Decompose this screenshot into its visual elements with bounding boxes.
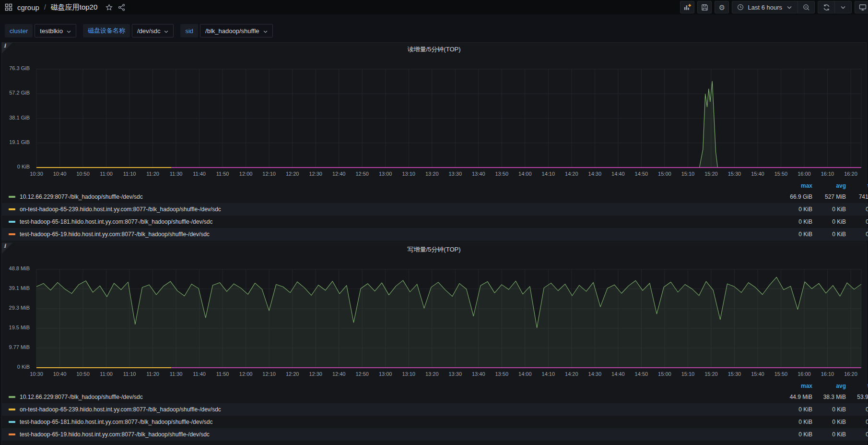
legend-sort-max[interactable]: max bbox=[779, 182, 812, 189]
y-axis-tick-label: 0 KiB bbox=[2, 164, 30, 169]
legend-header: maxavgtotal bbox=[2, 181, 868, 191]
x-axis-tick-label: 15:20 bbox=[704, 171, 718, 177]
chart-canvas[interactable]: 10:3010:4010:5011:0011:1011:2011:3011:40… bbox=[2, 57, 867, 180]
series-color-swatch-icon[interactable] bbox=[9, 208, 15, 210]
legend-row: on-test-hadoop-65-239.hiido.host.int.yy.… bbox=[2, 403, 868, 416]
x-axis-tick-label: 10:50 bbox=[76, 171, 90, 177]
legend-row: test-hadoop-65-19.hiido.host.int.yy.com:… bbox=[2, 228, 868, 241]
x-axis-tick-label: 14:50 bbox=[635, 171, 648, 177]
x-axis-tick-label: 14:50 bbox=[635, 371, 648, 377]
legend-series-name[interactable]: test-hadoop-65-181.hiido.host.int.yy.com… bbox=[20, 218, 779, 225]
x-axis-tick-label: 12:50 bbox=[355, 171, 369, 177]
variable-disk-device-label: 磁盘设备名称 bbox=[83, 24, 130, 37]
variable-sid-select[interactable]: /blk_hadoop/shuffle bbox=[200, 24, 273, 37]
legend-series-name[interactable]: test-hadoop-65-181.hiido.host.int.yy.com… bbox=[20, 419, 779, 425]
y-axis-tick-label: 39.1 MiB bbox=[2, 285, 30, 291]
legend-sort-total[interactable]: total bbox=[846, 383, 868, 389]
legend-value-max: 0 KiB bbox=[779, 206, 812, 213]
x-axis-tick-label: 11:20 bbox=[146, 371, 159, 377]
x-axis-tick-label: 16:10 bbox=[821, 371, 834, 377]
x-axis-tick-label: 15:50 bbox=[774, 171, 788, 177]
variable-sid-label: sid bbox=[180, 24, 198, 37]
kiosk-mode-button[interactable] bbox=[855, 1, 868, 13]
x-axis-tick-label: 15:30 bbox=[728, 171, 741, 177]
refresh-group bbox=[818, 1, 852, 13]
legend-value-total: 0 KiB bbox=[846, 218, 868, 225]
variable-cluster: cluster testblkio bbox=[5, 24, 76, 37]
series-color-swatch-icon[interactable] bbox=[9, 396, 15, 398]
breadcrumb-dashboard-title[interactable]: 磁盘应用top20 bbox=[51, 3, 98, 12]
series-color-swatch-icon[interactable] bbox=[9, 196, 15, 198]
star-icon[interactable] bbox=[105, 3, 113, 11]
legend-value-total: 0 KiB bbox=[846, 431, 868, 438]
clock-icon bbox=[737, 3, 744, 11]
add-panel-button[interactable] bbox=[680, 1, 694, 13]
y-axis-tick-label: 9.77 MiB bbox=[2, 344, 30, 350]
legend-row: 10.12.66.229:8077-/blk_hadoop/shuffle-/d… bbox=[2, 391, 868, 403]
panel-title[interactable]: 读增量/5分钟(TOP) bbox=[2, 45, 866, 54]
share-icon[interactable] bbox=[117, 3, 125, 11]
legend-value-total: 0 KiB bbox=[846, 206, 868, 213]
x-axis-tick-label: 11:20 bbox=[146, 171, 159, 177]
refresh-interval-picker[interactable] bbox=[834, 1, 851, 13]
series-color-swatch-icon[interactable] bbox=[9, 421, 15, 423]
x-axis-tick-label: 11:00 bbox=[100, 171, 113, 177]
series-color-swatch-icon[interactable] bbox=[9, 221, 15, 223]
legend-sort-avg[interactable]: avg bbox=[812, 182, 846, 189]
x-axis-tick-label: 15:30 bbox=[728, 371, 741, 377]
variable-cluster-value: testblkio bbox=[40, 27, 63, 35]
time-picker-group: Last 6 hours bbox=[732, 1, 815, 13]
variable-disk-device-select[interactable]: /dev/sdc bbox=[132, 24, 174, 37]
legend-value-avg: 0 KiB bbox=[812, 406, 846, 413]
legend-sort-avg[interactable]: avg bbox=[812, 383, 846, 389]
legend-series-name[interactable]: 10.12.66.229:8077-/blk_hadoop/shuffle-/d… bbox=[20, 193, 779, 200]
legend-series-name[interactable]: on-test-hadoop-65-239.hiido.host.int.yy.… bbox=[20, 206, 779, 213]
legend-value-avg: 0 KiB bbox=[812, 206, 846, 213]
x-axis-tick-label: 12:50 bbox=[355, 371, 369, 377]
chevron-down-icon bbox=[263, 27, 268, 35]
series-line bbox=[36, 81, 861, 168]
zoom-out-button[interactable] bbox=[798, 1, 814, 13]
x-axis-tick-label: 14:20 bbox=[565, 171, 578, 177]
legend-sort-max[interactable]: max bbox=[779, 383, 812, 389]
series-color-swatch-icon[interactable] bbox=[9, 433, 15, 435]
legend-sort-total[interactable]: total bbox=[846, 182, 868, 189]
x-axis-tick-label: 12:20 bbox=[286, 371, 299, 377]
x-axis-tick-label: 11:10 bbox=[123, 171, 136, 177]
refresh-icon bbox=[822, 3, 830, 11]
series-color-swatch-icon[interactable] bbox=[9, 233, 15, 235]
variable-cluster-select[interactable]: testblkio bbox=[35, 24, 76, 37]
variable-disk-device-value: /dev/sdc bbox=[137, 27, 160, 35]
variable-disk-device: 磁盘设备名称 /dev/sdc bbox=[83, 24, 174, 37]
legend-value-max: 44.9 MiB bbox=[779, 394, 812, 400]
kiosk-monitor-icon bbox=[859, 3, 867, 11]
variable-cluster-label: cluster bbox=[5, 24, 33, 37]
x-axis-tick-label: 13:00 bbox=[379, 371, 392, 377]
panel-title[interactable]: 写增量/5分钟(TOP) bbox=[2, 245, 866, 254]
x-axis-tick-label: 15:50 bbox=[774, 371, 788, 377]
x-axis-tick-label: 12:20 bbox=[286, 171, 299, 177]
dashboard-settings-button[interactable]: ⚙ bbox=[715, 1, 729, 13]
x-axis-tick-label: 13:40 bbox=[472, 171, 485, 177]
legend-series-name[interactable]: test-hadoop-65-19.hiido.host.int.yy.com:… bbox=[20, 431, 779, 438]
apps-grid-icon[interactable] bbox=[5, 3, 12, 11]
legend-series-name[interactable]: 10.12.66.229:8077-/blk_hadoop/shuffle-/d… bbox=[20, 394, 779, 400]
x-axis-tick-label: 14:40 bbox=[611, 371, 625, 377]
legend-series-name[interactable]: test-hadoop-65-19.hiido.host.int.yy.com:… bbox=[20, 231, 779, 238]
x-axis-tick-label: 12:10 bbox=[262, 371, 276, 377]
x-axis-tick-label: 11:00 bbox=[100, 371, 113, 377]
series-color-swatch-icon[interactable] bbox=[9, 409, 15, 410]
refresh-button[interactable] bbox=[818, 1, 834, 13]
settings-gear-icon: ⚙ bbox=[718, 3, 726, 11]
x-axis-tick-label: 15:00 bbox=[658, 371, 671, 377]
time-range-caret-icon bbox=[786, 3, 793, 11]
panel-write-increment: i 写增量/5分钟(TOP) 10:3010:4010:5011:0011:10… bbox=[1, 242, 867, 445]
x-axis-tick-label: 16:20 bbox=[844, 371, 857, 377]
x-axis-tick-label: 13:20 bbox=[425, 371, 439, 377]
chart-canvas[interactable]: 10:3010:4010:5011:0011:1011:2011:3011:40… bbox=[2, 257, 867, 380]
time-range-picker[interactable]: Last 6 hours bbox=[732, 1, 798, 13]
save-dashboard-button[interactable] bbox=[697, 1, 712, 13]
breadcrumb-folder[interactable]: cgroup bbox=[17, 3, 39, 12]
legend-series-name[interactable]: on-test-hadoop-65-239.hiido.host.int.yy.… bbox=[20, 406, 779, 413]
variable-sid: sid /blk_hadoop/shuffle bbox=[180, 24, 272, 37]
